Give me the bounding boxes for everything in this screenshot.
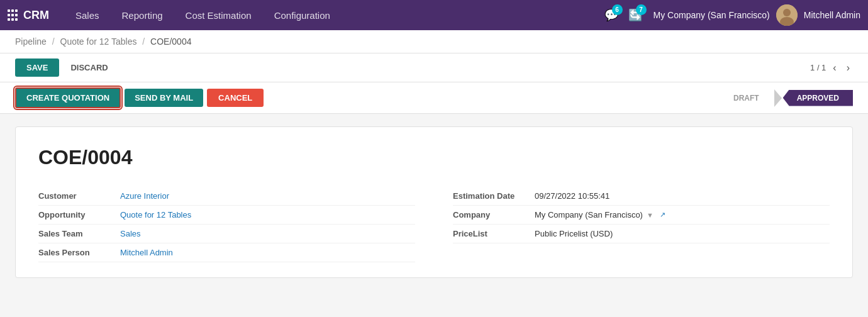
avatar[interactable] <box>776 4 798 26</box>
field-row-sales-person: Sales Person Mitchell Admin <box>38 243 415 262</box>
pagination-text: 1 / 1 <box>810 63 826 72</box>
breadcrumb-bar: Pipeline / Quote for 12 Tables / COE/000… <box>0 30 868 53</box>
pagination-next[interactable]: › <box>843 61 853 75</box>
company-field-container: My Company (San Francisco) ▼ ↗ <box>535 210 665 220</box>
label-sales-team: Sales Team <box>38 229 120 238</box>
field-row-pricelist: PriceList Public Pricelist (USD) <box>453 225 830 243</box>
document-card: COE/0004 Customer Azure Interior Opportu… <box>15 126 853 278</box>
document-title: COE/0004 <box>38 146 830 169</box>
main-menu: Sales Reporting Cost Estimation Configur… <box>64 0 604 30</box>
label-estimation-date: Estimation Date <box>453 191 535 201</box>
send-by-mail-button[interactable]: SEND BY MAIL <box>125 89 203 107</box>
status-pipeline: DRAFT APPROVED <box>715 89 853 107</box>
create-quotation-button[interactable]: CREATE QUOTATION <box>15 87 121 108</box>
status-draft: DRAFT <box>715 90 773 106</box>
field-row-estimation-date: Estimation Date 09/27/2022 10:55:41 <box>453 187 830 206</box>
topnav-right-section: 💬 6 🔄 7 My Company (San Francisco) Mitch… <box>604 4 860 26</box>
menu-item-configuration[interactable]: Configuration <box>263 0 342 30</box>
save-button[interactable]: SAVE <box>15 58 59 77</box>
menu-item-sales[interactable]: Sales <box>64 0 111 30</box>
label-customer: Customer <box>38 191 120 201</box>
svg-point-1 <box>783 9 791 16</box>
company-external-link-icon[interactable]: ↗ <box>660 211 665 219</box>
activity-badge: 7 <box>636 4 647 15</box>
label-opportunity: Opportunity <box>38 210 120 220</box>
breadcrumb-pipeline[interactable]: Pipeline <box>15 36 47 47</box>
right-fields: Estimation Date 09/27/2022 10:55:41 Comp… <box>453 187 830 262</box>
breadcrumb-sep-2: / <box>142 36 145 47</box>
breadcrumb-sep-1: / <box>52 36 55 47</box>
label-pricelist: PriceList <box>453 229 535 238</box>
menu-item-reporting[interactable]: Reporting <box>111 0 174 30</box>
workflow-bar: CREATE QUOTATION SEND BY MAIL CANCEL DRA… <box>0 82 868 114</box>
apps-grid-icon[interactable] <box>8 9 17 21</box>
chat-button[interactable]: 💬 6 <box>604 8 618 22</box>
activity-button[interactable]: 🔄 7 <box>628 8 642 22</box>
label-company: Company <box>453 210 535 220</box>
value-company[interactable]: My Company (San Francisco) <box>535 210 643 220</box>
value-customer[interactable]: Azure Interior <box>120 191 169 201</box>
value-estimation-date: 09/27/2022 10:55:41 <box>535 191 609 201</box>
username: Mitchell Admin <box>804 10 860 20</box>
top-navigation: CRM Sales Reporting Cost Estimation Conf… <box>0 0 868 30</box>
discard-button[interactable]: DISCARD <box>64 58 114 77</box>
field-row-opportunity: Opportunity Quote for 12 Tables <box>38 206 415 225</box>
breadcrumb: Pipeline / Quote for 12 Tables / COE/000… <box>15 36 853 47</box>
field-row-customer: Customer Azure Interior <box>38 187 415 206</box>
value-sales-team[interactable]: Sales <box>120 229 141 238</box>
company-name[interactable]: My Company (San Francisco) <box>654 10 770 20</box>
chat-badge: 6 <box>612 4 623 15</box>
breadcrumb-current: COE/0004 <box>150 36 191 47</box>
menu-item-cost-estimation[interactable]: Cost Estimation <box>174 0 263 30</box>
left-fields: Customer Azure Interior Opportunity Quot… <box>38 187 415 262</box>
action-bar: SAVE DISCARD 1 / 1 ‹ › <box>0 53 868 82</box>
label-sales-person: Sales Person <box>38 248 120 257</box>
status-approved: APPROVED <box>783 90 853 106</box>
value-sales-person[interactable]: Mitchell Admin <box>120 248 173 257</box>
pagination: 1 / 1 ‹ › <box>810 61 853 75</box>
fields-grid: Customer Azure Interior Opportunity Quot… <box>38 187 830 262</box>
breadcrumb-quote[interactable]: Quote for 12 Tables <box>60 36 137 47</box>
cancel-button[interactable]: CANCEL <box>207 89 264 107</box>
field-row-company: Company My Company (San Francisco) ▼ ↗ <box>453 206 830 225</box>
pagination-prev[interactable]: ‹ <box>830 61 839 75</box>
field-row-sales-team: Sales Team Sales <box>38 225 415 243</box>
value-opportunity[interactable]: Quote for 12 Tables <box>120 210 191 220</box>
main-content: COE/0004 Customer Azure Interior Opportu… <box>0 114 868 291</box>
company-dropdown-arrow[interactable]: ▼ <box>647 211 654 219</box>
value-pricelist: Public Pricelist (USD) <box>535 229 613 238</box>
crm-logo[interactable]: CRM <box>23 9 49 22</box>
